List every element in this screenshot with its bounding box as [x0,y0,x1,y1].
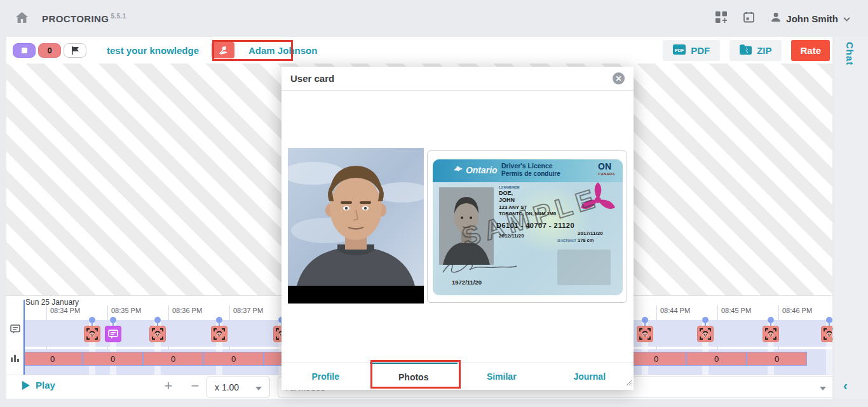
count-bar-segment: 0 [203,352,264,366]
modal-header: User card ✕ [281,67,634,91]
speed-select[interactable]: x 1.00 [207,377,270,397]
page-bottom-strip [0,399,868,407]
count-bar-segment: 0 [83,352,143,366]
timeline-playhead[interactable] [24,300,25,375]
flag-badge[interactable] [64,43,86,58]
tab-journal[interactable]: Journal [546,363,634,390]
modal-title: User card [290,73,334,84]
marker-dot [154,317,161,323]
zoom-in-button[interactable]: + [158,375,179,397]
calendar-icon[interactable] [743,11,754,25]
count-bar-segment: 0 [747,352,807,366]
license-given-name: JOHN [499,197,515,203]
svg-text:PDF: PDF [675,48,684,52]
timeline-date: Sun 25 January [25,298,79,307]
pdf-button[interactable]: PDF PDF [663,40,720,61]
license-expiry: 2017/11/20 [578,230,603,236]
chart-row-icon [10,354,20,365]
chevron-down-icon [255,382,262,392]
app-header: PROCTORING5.5.1 John Smith [0,0,868,37]
app-title: PROCTORING5.5.1 [42,13,126,24]
chat-tab[interactable]: Chat [844,42,855,65]
zoom-out-button[interactable]: − [184,375,206,397]
time-tick-label: 08:35 PM [111,307,141,314]
time-tick-label: 08:44 PM [660,307,690,314]
license-dob: 1972/11/20 [452,279,482,286]
time-tick-label: 08:34 PM [50,307,80,314]
license-height: 178 cm [578,237,593,243]
license-country: CANADA [598,172,615,176]
count-bar-segment: 0 [626,352,686,366]
timeline-gutter [6,320,24,375]
license-name-label: 1,2 NAME/NOM [499,186,520,189]
play-icon [22,381,30,390]
drivers-license-photo[interactable]: Ontario Driver's Licence Permis de condu… [427,150,627,303]
count-bar-segment: 0 [143,352,203,366]
proctoring-page: PROCTORING5.5.1 John Smith [0,0,868,407]
close-icon[interactable]: ✕ [613,72,625,84]
license-surname: DOE, [499,190,513,196]
app-version: 5.5.1 [111,13,126,20]
student-name-link[interactable]: Adam Johnson [248,45,317,56]
violations-count-badge[interactable]: 0 [38,43,61,58]
tab-photos[interactable]: Photos [370,363,458,390]
time-tick-label: 08:36 PM [172,307,202,314]
marker-dot [110,317,116,323]
session-toolbar: 0 test your knowledge Adam Johnson PDF P… [6,37,832,63]
user-portrait-photo[interactable] [288,148,424,304]
time-tick-label: 08:46 PM [782,307,812,314]
license-signature [442,260,518,279]
count-bar-segment: 0 [22,352,83,366]
marker-dot [216,317,222,323]
export-actions: PDF PDF ZIP Rate [663,37,830,63]
pdf-file-icon: PDF [673,44,686,57]
face-check-event-marker[interactable] [84,326,100,342]
chevron-down-icon [843,13,850,24]
session-title-link[interactable]: test your knowledge [107,45,199,56]
comments-row-icon [10,324,20,337]
modal-tabs: Profile Photos Similar Journal [281,363,634,390]
face-check-event-marker[interactable] [149,326,166,342]
user-menu-label: John Smith [786,13,838,24]
marker-dot [826,317,832,323]
header-actions: John Smith [715,0,850,37]
chat-rail: Chat ‹ [834,37,868,407]
chat-event-marker[interactable] [105,326,121,342]
face-check-event-marker[interactable] [697,326,714,342]
home-icon[interactable] [16,12,28,25]
license-province: Ontario [452,165,498,175]
rate-button[interactable]: Rate [791,40,830,61]
play-button[interactable]: Play [22,380,55,390]
tab-profile[interactable]: Profile [281,363,370,390]
face-check-event-marker[interactable] [763,326,779,342]
marker-dot [768,317,774,323]
license-card: Ontario Driver's Licence Permis de condu… [433,159,623,295]
no-photo-user-button[interactable] [212,42,234,58]
count-bar-segment: 0 [686,352,747,366]
chevron-down-icon [820,382,826,392]
resize-handle[interactable] [625,377,632,389]
face-check-event-marker[interactable] [637,326,653,342]
person-icon [771,12,781,25]
zip-folder-icon [740,44,752,57]
marker-dot [702,317,709,323]
user-card-modal: User card ✕ [281,67,634,390]
marker-dot [642,317,648,323]
license-ghost-photo [557,250,611,285]
widgets-add-icon[interactable] [715,11,727,25]
marker-dot [89,317,95,323]
license-height-label: 15 HGT/HAUT [557,239,576,243]
collapse-chevron-icon[interactable]: ‹ [843,378,848,393]
license-title-en: Driver's Licence [501,162,553,170]
face-check-event-marker[interactable] [821,326,832,342]
time-tick-label: 08:45 PM [721,307,751,314]
license-region: ON [598,161,611,171]
time-tick-label: 08:37 PM [233,307,263,314]
zip-button[interactable]: ZIP [729,40,782,61]
user-menu[interactable]: John Smith [771,12,850,25]
status-badge-purple[interactable] [13,43,36,58]
license-title-fr: Permis de conduire [501,170,560,177]
face-check-event-marker[interactable] [211,326,227,342]
tab-similar[interactable]: Similar [458,363,546,390]
